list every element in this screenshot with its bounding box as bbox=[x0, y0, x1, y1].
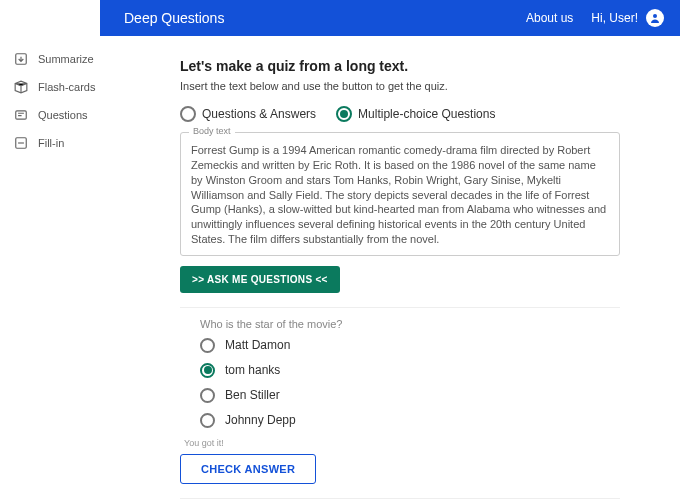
app-title: Deep Questions bbox=[124, 10, 224, 26]
check-answer-button[interactable]: CHECK ANSWER bbox=[180, 454, 316, 484]
user-greeting: Hi, User! bbox=[591, 11, 638, 25]
summarize-icon bbox=[14, 52, 28, 66]
sidebar: Summarize Flash-cards Questions Fill-in bbox=[0, 0, 100, 502]
body-text-field[interactable]: Body text Forrest Gump is a 1994 America… bbox=[180, 132, 620, 256]
radio-icon bbox=[200, 413, 215, 428]
mode-option-label: Questions & Answers bbox=[202, 107, 316, 121]
sidebar-item-label: Summarize bbox=[38, 53, 94, 65]
page-heading: Let's make a quiz from a long text. bbox=[180, 58, 620, 74]
answer-label: Ben Stiller bbox=[225, 388, 280, 402]
answer-option[interactable]: Ben Stiller bbox=[200, 388, 620, 403]
answer-label: Matt Damon bbox=[225, 338, 290, 352]
ask-questions-button[interactable]: >> ASK ME QUESTIONS << bbox=[180, 266, 340, 293]
svg-point-3 bbox=[653, 14, 657, 18]
answer-label: Johnny Depp bbox=[225, 413, 296, 427]
sidebar-item-questions[interactable]: Questions bbox=[0, 101, 100, 129]
answer-feedback: You got it! bbox=[184, 438, 620, 448]
radio-icon bbox=[180, 106, 196, 122]
sidebar-item-label: Questions bbox=[38, 109, 88, 121]
avatar[interactable] bbox=[646, 9, 664, 27]
user-icon bbox=[649, 12, 661, 24]
sidebar-item-flashcards[interactable]: Flash-cards bbox=[0, 73, 100, 101]
body-text-label: Body text bbox=[189, 126, 235, 136]
page-subheading: Insert the text below and use the button… bbox=[180, 80, 620, 92]
answer-option[interactable]: Matt Damon bbox=[200, 338, 620, 353]
radio-icon bbox=[200, 338, 215, 353]
sidebar-item-summarize[interactable]: Summarize bbox=[0, 45, 100, 73]
answer-label: tom hanks bbox=[225, 363, 280, 377]
mode-mcq-option[interactable]: Multiple-choice Questions bbox=[336, 106, 495, 122]
content: Let's make a quiz from a long text. Inse… bbox=[100, 36, 680, 502]
questions-icon bbox=[14, 108, 28, 122]
quiz-question: Who is the star of the movie? Matt Damon… bbox=[180, 318, 620, 484]
about-link[interactable]: About us bbox=[526, 11, 573, 25]
mode-option-label: Multiple-choice Questions bbox=[358, 107, 495, 121]
sidebar-item-label: Flash-cards bbox=[38, 81, 95, 93]
answer-option[interactable]: Johnny Depp bbox=[200, 413, 620, 428]
mode-qa-option[interactable]: Questions & Answers bbox=[180, 106, 316, 122]
divider bbox=[180, 498, 620, 499]
flashcards-icon bbox=[14, 80, 28, 94]
topbar: Deep Questions About us Hi, User! bbox=[100, 0, 680, 36]
sidebar-item-label: Fill-in bbox=[38, 137, 64, 149]
radio-icon bbox=[200, 363, 215, 378]
radio-icon bbox=[200, 388, 215, 403]
sidebar-item-fillin[interactable]: Fill-in bbox=[0, 129, 100, 157]
radio-icon bbox=[336, 106, 352, 122]
body-text-content: Forrest Gump is a 1994 American romantic… bbox=[191, 143, 609, 247]
mode-radio-group: Questions & Answers Multiple-choice Ques… bbox=[180, 106, 620, 122]
question-prompt: Who is the star of the movie? bbox=[200, 318, 620, 330]
divider bbox=[180, 307, 620, 308]
answer-option[interactable]: tom hanks bbox=[200, 363, 620, 378]
fillin-icon bbox=[14, 136, 28, 150]
